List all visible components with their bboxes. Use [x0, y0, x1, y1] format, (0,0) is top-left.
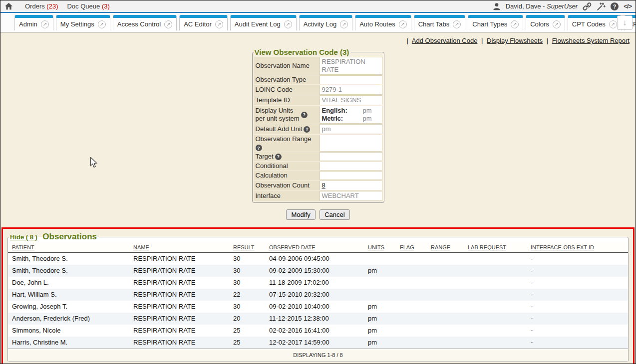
- field-label: Template ID: [256, 96, 290, 104]
- external-link-icon[interactable]: ↗: [340, 20, 348, 28]
- interface-obs-ext-id-cell: -: [527, 313, 628, 325]
- external-link-icon[interactable]: ↗: [399, 20, 407, 28]
- form-row-observation-count: Observation Count 8: [254, 181, 382, 190]
- field-label: Observation Type: [256, 76, 307, 84]
- column-header-range[interactable]: RANGE: [431, 244, 450, 250]
- patient-cell: Smith, Theodore S.: [8, 265, 129, 277]
- tab-chart-tabs[interactable]: Chart Tabs↗: [414, 15, 466, 30]
- field-label: Calculation: [256, 172, 288, 180]
- tab-access-control[interactable]: Access Control↗: [113, 15, 177, 30]
- range-cell: [427, 313, 464, 325]
- help-icon[interactable]: ?: [611, 2, 619, 10]
- patient-cell: Anderson, Frederick (Fred): [8, 313, 129, 325]
- column-header-lab-request[interactable]: LAB REQUEST: [468, 244, 506, 250]
- units-cell: [364, 277, 396, 289]
- tab-ac-editor[interactable]: AC Editor↗: [179, 15, 228, 30]
- tab-overflow-button[interactable]: ↓: [617, 15, 633, 30]
- result-cell: 30: [229, 277, 265, 289]
- help-icon[interactable]: ?: [304, 126, 310, 133]
- home-icon[interactable]: [4, 2, 13, 10]
- units-cell: pm: [364, 301, 396, 313]
- link-icon[interactable]: [583, 2, 592, 11]
- tab-bar: Admin↗ My Settings↗ Access Control↗ AC E…: [0, 13, 636, 32]
- observation-type-value: [319, 75, 382, 84]
- help-icon[interactable]: ?: [256, 145, 262, 151]
- help-icon[interactable]: ?: [301, 112, 308, 118]
- code-icon[interactable]: </>: [624, 2, 632, 10]
- tab-colors[interactable]: Colors↗: [526, 15, 565, 30]
- mouse-cursor: [90, 157, 98, 170]
- tab-my-settings[interactable]: My Settings↗: [56, 15, 110, 30]
- help-icon[interactable]: ?: [275, 154, 282, 160]
- patient-cell: Smith, Theodore S.: [8, 253, 129, 265]
- cancel-button[interactable]: Cancel: [319, 209, 349, 220]
- tab-auto-routes[interactable]: Auto Routes↗: [355, 15, 411, 30]
- external-link-icon[interactable]: ↗: [609, 20, 617, 28]
- form-row-default-add-unit: Default Add Unit? pm: [254, 124, 382, 134]
- observed-date-cell: 11-18-2009 17:02:00: [265, 277, 364, 289]
- column-header-interface-obs-ext-id[interactable]: INTERFACE-OBS EXT ID: [531, 244, 594, 250]
- template-id-value: VITAL SIGNS: [319, 95, 382, 105]
- doc-queue-link[interactable]: Doc Queue (3): [67, 2, 109, 10]
- observed-date-cell: 09-02-2009 15:30:00: [265, 265, 364, 277]
- field-label: Display Units per unit system: [256, 107, 300, 123]
- column-header-result[interactable]: RESULT: [233, 244, 255, 250]
- external-link-icon[interactable]: ↗: [553, 20, 561, 28]
- range-cell: [427, 301, 464, 313]
- external-link-icon[interactable]: ↗: [284, 20, 292, 28]
- separator: |: [407, 37, 408, 44]
- modify-button[interactable]: Modify: [286, 209, 315, 220]
- form-row-target: Target?: [254, 152, 382, 161]
- flag-cell: [396, 313, 427, 325]
- field-label: Conditional: [256, 162, 288, 170]
- external-link-icon[interactable]: ↗: [164, 20, 172, 28]
- tab-label: My Settings: [60, 20, 94, 28]
- observation-name-value: RESPIRATION RATE: [319, 57, 382, 75]
- column-header-patient[interactable]: PATIENT: [12, 244, 34, 250]
- lab-request-cell: [464, 265, 527, 277]
- tab-activity-log[interactable]: Activity Log↗: [299, 15, 352, 30]
- form-legend: View Observation Code (3): [254, 48, 351, 56]
- column-header-observed-date[interactable]: OBSERVED DATE: [269, 244, 316, 250]
- tab-chart-types[interactable]: Chart Types↗: [468, 15, 523, 30]
- range-cell: [427, 325, 464, 337]
- tab-audit-event-log[interactable]: Audit Event Log↗: [230, 15, 297, 30]
- field-label: Target: [256, 153, 274, 161]
- external-link-icon[interactable]: ↗: [41, 20, 49, 28]
- external-link-icon[interactable]: ↗: [215, 20, 223, 28]
- tab-label: CPT Codes: [572, 20, 606, 28]
- user-menu[interactable]: David, Dave - SuperUser: [506, 2, 578, 10]
- flowsheets-system-report-link[interactable]: Flowsheets System Report: [552, 37, 630, 44]
- external-link-icon[interactable]: ↗: [453, 20, 461, 28]
- hide-observations-link[interactable]: Hide ( 8 ): [10, 233, 37, 241]
- display-flowsheets-link[interactable]: Display Flowsheets: [487, 37, 543, 44]
- column-header-flag[interactable]: FLAG: [400, 244, 414, 250]
- lab-request-cell: [464, 289, 527, 301]
- add-observation-code-link[interactable]: Add Observation Code: [412, 37, 478, 44]
- units-cell: pm: [364, 337, 396, 349]
- wand-icon[interactable]: [597, 2, 606, 11]
- tab-label: Audit Event Log: [235, 20, 281, 28]
- result-cell: 20: [229, 313, 265, 325]
- conditional-value: [319, 162, 382, 171]
- observation-count-link[interactable]: 8: [322, 182, 325, 189]
- tab-label: Activity Log: [304, 20, 336, 28]
- external-link-icon[interactable]: ↗: [98, 20, 106, 28]
- lab-request-cell: [464, 325, 527, 337]
- name-cell: RESPIRATION RATE: [129, 277, 229, 289]
- result-cell: 22: [229, 289, 265, 301]
- table-row: Smith, Theodore S.RESPIRATION RATE3009-0…: [8, 265, 628, 277]
- observations-section: Hide ( 8 ) Observations PATIENT NAME RES…: [7, 232, 629, 362]
- observed-date-cell: 07-15-2010 20:32:00: [265, 289, 364, 301]
- result-cell: 30: [229, 253, 265, 265]
- table-row: Growing, Joseph T.RESPIRATION RATE3009-0…: [8, 301, 628, 313]
- separator: |: [547, 37, 548, 44]
- field-label: Observation Count: [256, 182, 310, 189]
- tabs-strip: Admin↗ My Settings↗ Access Control↗ AC E…: [0, 13, 636, 32]
- external-link-icon[interactable]: ↗: [511, 20, 519, 28]
- orders-link[interactable]: Orders (23): [25, 2, 58, 10]
- column-header-units[interactable]: UNITS: [368, 244, 384, 250]
- tab-cpt-codes[interactable]: CPT Codes↗: [568, 15, 622, 30]
- tab-admin[interactable]: Admin↗: [14, 15, 53, 30]
- column-header-name[interactable]: NAME: [133, 244, 149, 250]
